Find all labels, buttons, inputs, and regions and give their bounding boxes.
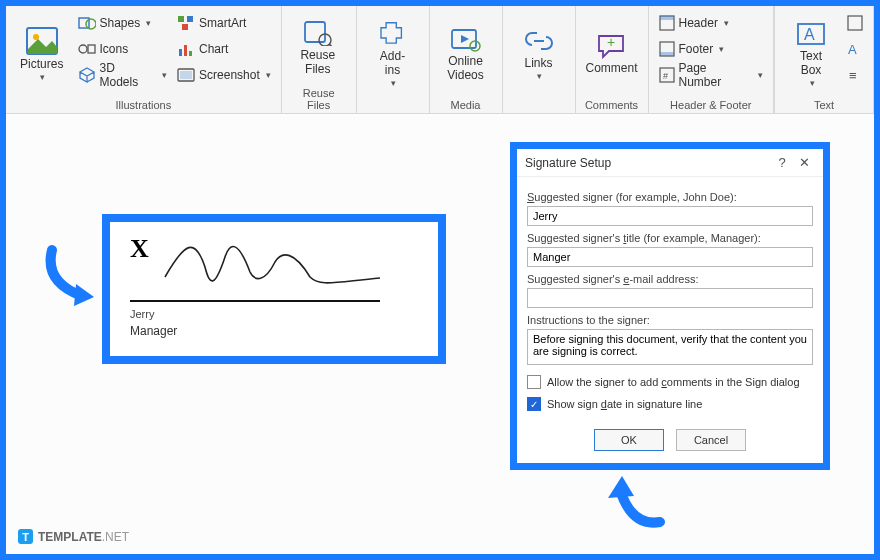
signature-ink: [160, 232, 390, 292]
svg-text:≡: ≡: [849, 68, 857, 83]
screenshot-button[interactable]: Screenshot▾: [175, 64, 273, 86]
svg-rect-21: [660, 16, 674, 20]
signer-name: Jerry: [130, 308, 418, 320]
text-item-3[interactable]: ≡: [845, 64, 865, 86]
signer-email-label: Suggested signer's e-mail address:: [527, 273, 813, 285]
svg-text:+: +: [607, 34, 615, 50]
svg-rect-8: [182, 24, 188, 30]
chevron-down-icon: ▾: [391, 78, 396, 88]
close-icon[interactable]: ✕: [793, 155, 815, 170]
reuse-files-icon: [303, 20, 333, 46]
signature-x-mark: X: [130, 234, 149, 263]
signer-input[interactable]: [527, 206, 813, 226]
signature-setup-dialog: Signature Setup ? ✕ Suggested signer (fo…: [510, 142, 830, 470]
signer-title-label: Suggested signer's title (for example, M…: [527, 232, 813, 244]
links-button[interactable]: Links ▾: [511, 8, 567, 97]
link-icon: [524, 28, 554, 54]
addins-icon: [379, 21, 407, 47]
smartart-button[interactable]: SmartArt: [175, 12, 273, 34]
comment-icon: +: [597, 33, 627, 59]
text-item-1[interactable]: [845, 12, 865, 34]
page-number-button[interactable]: # Page Number▾: [657, 64, 765, 86]
chevron-down-icon: ▾: [724, 18, 729, 28]
svg-rect-14: [305, 22, 325, 42]
svg-point-3: [86, 19, 96, 29]
shapes-button[interactable]: Shapes▾: [76, 12, 170, 34]
footer-icon: [659, 41, 675, 57]
allow-comments-checkbox[interactable]: Allow the signer to add comments in the …: [527, 375, 813, 389]
signature-line[interactable]: X Jerry Manager: [102, 214, 446, 364]
signature-underline: [130, 300, 380, 302]
svg-rect-13: [180, 71, 192, 79]
addins-button[interactable]: Add- ins ▾: [365, 8, 421, 97]
chart-button[interactable]: Chart: [175, 38, 273, 60]
signer-label: Suggested signer (for example, John Doe)…: [527, 191, 813, 203]
checkbox-checked-icon: ✓: [527, 397, 541, 411]
svg-text:A: A: [848, 42, 857, 57]
reuse-files-button[interactable]: Reuse Files: [290, 8, 346, 85]
chevron-down-icon: ▾: [266, 70, 271, 80]
icons-button[interactable]: Icons: [76, 38, 170, 60]
group-text: A Text Box ▾ A ≡ Text: [774, 6, 874, 113]
svg-rect-5: [88, 45, 95, 53]
icons-icon: [78, 41, 96, 57]
signer-title: Manager: [130, 324, 418, 338]
chevron-down-icon: ▾: [537, 71, 542, 81]
signer-email-input[interactable]: [527, 288, 813, 308]
svg-rect-9: [179, 49, 182, 56]
annotation-arrow-2: [602, 472, 672, 532]
svg-point-18: [470, 41, 480, 51]
svg-line-16: [329, 44, 332, 46]
svg-rect-6: [178, 16, 184, 22]
textbox-button[interactable]: A Text Box ▾: [783, 8, 839, 97]
header-button[interactable]: Header▾: [657, 12, 765, 34]
picture-icon: [26, 27, 58, 55]
signer-title-input[interactable]: [527, 247, 813, 267]
svg-text:A: A: [804, 26, 815, 43]
group-addins: Add- ins ▾: [357, 6, 430, 113]
pictures-button[interactable]: Pictures ▾: [14, 8, 70, 97]
svg-rect-10: [184, 45, 187, 56]
dialog-titlebar[interactable]: Signature Setup ? ✕: [517, 149, 823, 177]
cancel-button[interactable]: Cancel: [676, 429, 746, 451]
ok-button[interactable]: OK: [594, 429, 664, 451]
checkbox-icon: [527, 375, 541, 389]
document-canvas: X Jerry Manager Signature Setup ? ✕ Sugg…: [6, 114, 874, 554]
help-icon[interactable]: ?: [771, 155, 793, 170]
text-item-2[interactable]: A: [845, 38, 865, 60]
instructions-label: Instructions to the signer:: [527, 314, 813, 326]
brand-icon: T: [18, 529, 33, 544]
group-illustrations: Pictures ▾ Shapes▾ Icons 3D Models▾: [6, 6, 282, 113]
chevron-down-icon: ▾: [146, 18, 151, 28]
footer-button[interactable]: Footer▾: [657, 38, 765, 60]
group-comments: + Comment Comments: [576, 6, 649, 113]
group-links: Links ▾: [503, 6, 576, 113]
cube-icon: [78, 67, 96, 83]
svg-text:#: #: [663, 71, 668, 81]
group-header-footer: Header▾ Footer▾ # Page Number▾ Header & …: [649, 6, 774, 113]
group-media: Online Videos Media: [430, 6, 503, 113]
chevron-down-icon: ▾: [40, 72, 45, 82]
dialog-title: Signature Setup: [525, 156, 771, 170]
textbox-icon: A: [796, 21, 826, 47]
online-videos-button[interactable]: Online Videos: [438, 8, 494, 97]
instructions-input[interactable]: [527, 329, 813, 365]
chart-icon: [177, 41, 195, 57]
chevron-down-icon: ▾: [758, 70, 763, 80]
video-icon: [451, 26, 481, 52]
comment-button[interactable]: + Comment: [584, 8, 640, 97]
svg-rect-7: [187, 16, 193, 22]
svg-point-4: [79, 45, 87, 53]
shapes-icon: [78, 15, 96, 31]
pictures-label: Pictures: [20, 58, 63, 72]
svg-rect-28: [848, 16, 862, 30]
svg-rect-23: [660, 52, 674, 56]
3d-models-button[interactable]: 3D Models▾: [76, 64, 170, 86]
brand-watermark: T TEMPLATE.NET: [18, 529, 129, 544]
page-number-icon: #: [659, 67, 675, 83]
group-reuse-files: Reuse Files Reuse Files: [282, 6, 357, 113]
screenshot-icon: [177, 67, 195, 83]
ribbon: Pictures ▾ Shapes▾ Icons 3D Models▾: [6, 6, 874, 114]
chevron-down-icon: ▾: [719, 44, 724, 54]
show-date-checkbox[interactable]: ✓ Show sign date in signature line: [527, 397, 813, 411]
